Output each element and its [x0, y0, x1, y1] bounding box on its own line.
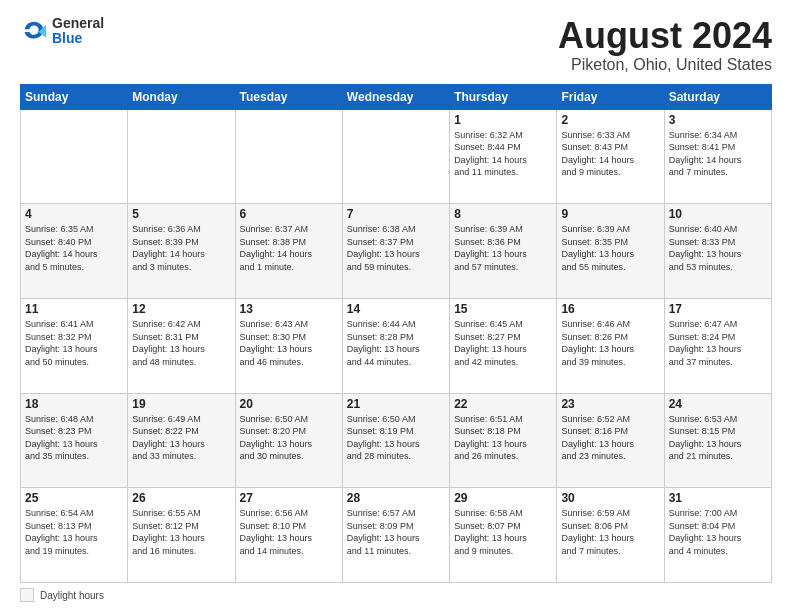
table-row: 25Sunrise: 6:54 AM Sunset: 8:13 PM Dayli…: [21, 488, 128, 583]
day-info: Sunrise: 6:43 AM Sunset: 8:30 PM Dayligh…: [240, 318, 338, 368]
day-number: 8: [454, 207, 552, 221]
day-info: Sunrise: 6:57 AM Sunset: 8:09 PM Dayligh…: [347, 507, 445, 557]
day-info: Sunrise: 6:37 AM Sunset: 8:38 PM Dayligh…: [240, 223, 338, 273]
logo-blue-text: Blue: [52, 31, 104, 46]
table-row: 30Sunrise: 6:59 AM Sunset: 8:06 PM Dayli…: [557, 488, 664, 583]
day-info: Sunrise: 6:47 AM Sunset: 8:24 PM Dayligh…: [669, 318, 767, 368]
table-row: 24Sunrise: 6:53 AM Sunset: 8:15 PM Dayli…: [664, 393, 771, 488]
table-row: 13Sunrise: 6:43 AM Sunset: 8:30 PM Dayli…: [235, 298, 342, 393]
table-row: 17Sunrise: 6:47 AM Sunset: 8:24 PM Dayli…: [664, 298, 771, 393]
day-number: 3: [669, 113, 767, 127]
table-row: 26Sunrise: 6:55 AM Sunset: 8:12 PM Dayli…: [128, 488, 235, 583]
day-info: Sunrise: 6:49 AM Sunset: 8:22 PM Dayligh…: [132, 413, 230, 463]
day-number: 28: [347, 491, 445, 505]
col-thursday: Thursday: [450, 84, 557, 109]
day-number: 16: [561, 302, 659, 316]
col-wednesday: Wednesday: [342, 84, 449, 109]
table-row: 14Sunrise: 6:44 AM Sunset: 8:28 PM Dayli…: [342, 298, 449, 393]
col-saturday: Saturday: [664, 84, 771, 109]
table-row: 19Sunrise: 6:49 AM Sunset: 8:22 PM Dayli…: [128, 393, 235, 488]
day-info: Sunrise: 6:36 AM Sunset: 8:39 PM Dayligh…: [132, 223, 230, 273]
day-number: 29: [454, 491, 552, 505]
day-number: 11: [25, 302, 123, 316]
legend-box: [20, 588, 34, 602]
table-row: 15Sunrise: 6:45 AM Sunset: 8:27 PM Dayli…: [450, 298, 557, 393]
table-row: 28Sunrise: 6:57 AM Sunset: 8:09 PM Dayli…: [342, 488, 449, 583]
header: General Blue August 2024 Piketon, Ohio, …: [20, 16, 772, 74]
day-number: 24: [669, 397, 767, 411]
table-row: 5Sunrise: 6:36 AM Sunset: 8:39 PM Daylig…: [128, 204, 235, 299]
table-row: 12Sunrise: 6:42 AM Sunset: 8:31 PM Dayli…: [128, 298, 235, 393]
day-number: 22: [454, 397, 552, 411]
table-row: 8Sunrise: 6:39 AM Sunset: 8:36 PM Daylig…: [450, 204, 557, 299]
day-info: Sunrise: 6:39 AM Sunset: 8:35 PM Dayligh…: [561, 223, 659, 273]
day-info: Sunrise: 6:32 AM Sunset: 8:44 PM Dayligh…: [454, 129, 552, 179]
table-row: 22Sunrise: 6:51 AM Sunset: 8:18 PM Dayli…: [450, 393, 557, 488]
day-number: 19: [132, 397, 230, 411]
col-monday: Monday: [128, 84, 235, 109]
calendar: Sunday Monday Tuesday Wednesday Thursday…: [20, 84, 772, 583]
day-number: 17: [669, 302, 767, 316]
day-info: Sunrise: 6:44 AM Sunset: 8:28 PM Dayligh…: [347, 318, 445, 368]
day-info: Sunrise: 6:39 AM Sunset: 8:36 PM Dayligh…: [454, 223, 552, 273]
day-number: 2: [561, 113, 659, 127]
day-number: 15: [454, 302, 552, 316]
col-sunday: Sunday: [21, 84, 128, 109]
day-info: Sunrise: 6:42 AM Sunset: 8:31 PM Dayligh…: [132, 318, 230, 368]
day-number: 26: [132, 491, 230, 505]
day-number: 10: [669, 207, 767, 221]
table-row: [21, 109, 128, 204]
table-row: 31Sunrise: 7:00 AM Sunset: 8:04 PM Dayli…: [664, 488, 771, 583]
day-info: Sunrise: 6:40 AM Sunset: 8:33 PM Dayligh…: [669, 223, 767, 273]
day-number: 1: [454, 113, 552, 127]
calendar-week-row: 11Sunrise: 6:41 AM Sunset: 8:32 PM Dayli…: [21, 298, 772, 393]
calendar-header-row: Sunday Monday Tuesday Wednesday Thursday…: [21, 84, 772, 109]
day-info: Sunrise: 6:54 AM Sunset: 8:13 PM Dayligh…: [25, 507, 123, 557]
table-row: 3Sunrise: 6:34 AM Sunset: 8:41 PM Daylig…: [664, 109, 771, 204]
table-row: 29Sunrise: 6:58 AM Sunset: 8:07 PM Dayli…: [450, 488, 557, 583]
day-number: 6: [240, 207, 338, 221]
table-row: 11Sunrise: 6:41 AM Sunset: 8:32 PM Dayli…: [21, 298, 128, 393]
table-row: 2Sunrise: 6:33 AM Sunset: 8:43 PM Daylig…: [557, 109, 664, 204]
day-info: Sunrise: 6:53 AM Sunset: 8:15 PM Dayligh…: [669, 413, 767, 463]
subtitle: Piketon, Ohio, United States: [558, 56, 772, 74]
calendar-week-row: 4Sunrise: 6:35 AM Sunset: 8:40 PM Daylig…: [21, 204, 772, 299]
table-row: 9Sunrise: 6:39 AM Sunset: 8:35 PM Daylig…: [557, 204, 664, 299]
day-info: Sunrise: 6:46 AM Sunset: 8:26 PM Dayligh…: [561, 318, 659, 368]
day-info: Sunrise: 6:33 AM Sunset: 8:43 PM Dayligh…: [561, 129, 659, 179]
day-info: Sunrise: 6:52 AM Sunset: 8:16 PM Dayligh…: [561, 413, 659, 463]
main-title: August 2024: [558, 16, 772, 56]
day-info: Sunrise: 6:34 AM Sunset: 8:41 PM Dayligh…: [669, 129, 767, 179]
day-number: 21: [347, 397, 445, 411]
day-info: Sunrise: 6:55 AM Sunset: 8:12 PM Dayligh…: [132, 507, 230, 557]
table-row: 6Sunrise: 6:37 AM Sunset: 8:38 PM Daylig…: [235, 204, 342, 299]
calendar-week-row: 1Sunrise: 6:32 AM Sunset: 8:44 PM Daylig…: [21, 109, 772, 204]
col-friday: Friday: [557, 84, 664, 109]
legend: Daylight hours: [20, 588, 772, 602]
col-tuesday: Tuesday: [235, 84, 342, 109]
table-row: 1Sunrise: 6:32 AM Sunset: 8:44 PM Daylig…: [450, 109, 557, 204]
logo: General Blue: [20, 16, 104, 47]
calendar-week-row: 25Sunrise: 6:54 AM Sunset: 8:13 PM Dayli…: [21, 488, 772, 583]
table-row: 23Sunrise: 6:52 AM Sunset: 8:16 PM Dayli…: [557, 393, 664, 488]
day-number: 9: [561, 207, 659, 221]
day-number: 25: [25, 491, 123, 505]
title-area: August 2024 Piketon, Ohio, United States: [558, 16, 772, 74]
day-info: Sunrise: 6:41 AM Sunset: 8:32 PM Dayligh…: [25, 318, 123, 368]
day-info: Sunrise: 6:48 AM Sunset: 8:23 PM Dayligh…: [25, 413, 123, 463]
logo-icon: [20, 17, 48, 45]
legend-label: Daylight hours: [40, 590, 104, 601]
table-row: [128, 109, 235, 204]
table-row: 4Sunrise: 6:35 AM Sunset: 8:40 PM Daylig…: [21, 204, 128, 299]
day-number: 7: [347, 207, 445, 221]
table-row: 20Sunrise: 6:50 AM Sunset: 8:20 PM Dayli…: [235, 393, 342, 488]
table-row: 7Sunrise: 6:38 AM Sunset: 8:37 PM Daylig…: [342, 204, 449, 299]
day-number: 12: [132, 302, 230, 316]
table-row: 18Sunrise: 6:48 AM Sunset: 8:23 PM Dayli…: [21, 393, 128, 488]
day-info: Sunrise: 6:50 AM Sunset: 8:19 PM Dayligh…: [347, 413, 445, 463]
day-info: Sunrise: 6:35 AM Sunset: 8:40 PM Dayligh…: [25, 223, 123, 273]
day-info: Sunrise: 7:00 AM Sunset: 8:04 PM Dayligh…: [669, 507, 767, 557]
day-info: Sunrise: 6:50 AM Sunset: 8:20 PM Dayligh…: [240, 413, 338, 463]
day-number: 20: [240, 397, 338, 411]
day-number: 30: [561, 491, 659, 505]
